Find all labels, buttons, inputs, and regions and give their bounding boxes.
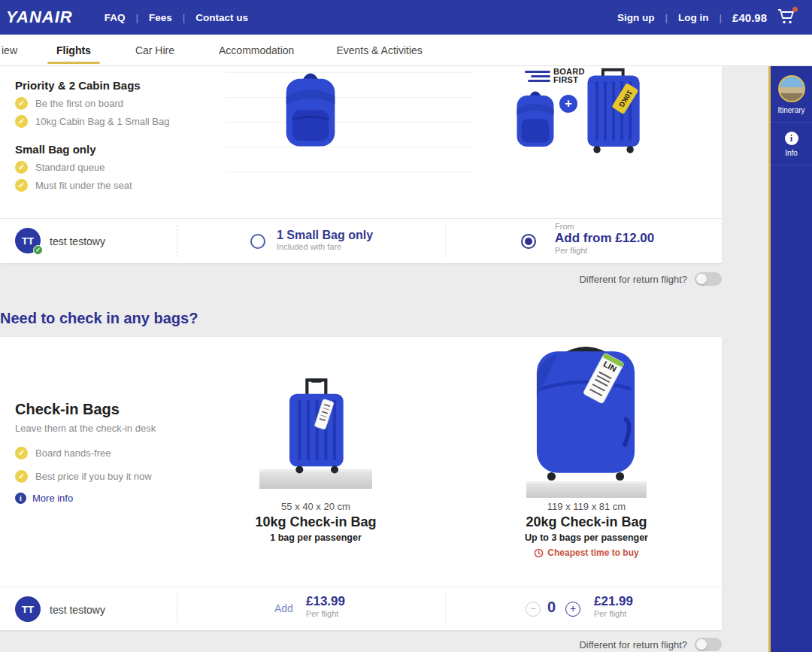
bag20-subtitle: Up to 3 bags per passenger [511,532,662,543]
checkin-section-heading: Need to check in any bags? [0,310,198,327]
tab-events-activities[interactable]: Events & Activities [335,35,423,66]
tab-overview[interactable]: iew [0,35,19,66]
nav-links: FAQ | Fees | Contact us [105,12,248,23]
bag10-subtitle: 1 bag per passenger [241,532,391,543]
checkin-return-toggle[interactable] [695,638,722,651]
small-bag-radio[interactable] [250,234,265,249]
priority-benefit-row: ✓ Be the first on board [15,97,123,110]
check-icon: ✓ [15,115,28,128]
itinerary-label: Itinerary [777,106,804,114]
cabin-bags-card: Priority & 2 Cabin Bags ✓ Be the first o… [0,66,722,263]
column-divider [445,593,446,624]
checkin-benefit-row: ✓ Board hands-free [15,447,111,459]
cabin-passenger-row: TT ✓ test testowy 1 Small Bag only Inclu… [0,218,722,263]
small-bag-title: Small Bag only [15,143,96,156]
bag20-title: 20kg Check-in Bag [511,514,662,530]
checkin-bags-card: Check-in Bags Leave them at the check-in… [0,337,722,630]
cart-total[interactable]: £40.98 [732,11,767,24]
priority-title: Priority & 2 Cabin Bags [15,79,141,92]
ryanair-logo[interactable]: YANAIR [6,8,73,27]
nav-link-faq[interactable]: FAQ [105,12,126,23]
checkin-subtitle: Leave them at the check-in desk [15,423,156,434]
right-sidebar: Itinerary i Info [768,66,812,652]
trip-tabbar: iew Flights Car Hire Accommodation Event… [0,35,812,66]
return-toggle-label: Different for return flight? [579,274,687,285]
checkin-benefit-row: ✓ Best price if you buy it now [15,470,152,483]
tab-accommodation[interactable]: Accommodation [217,35,295,66]
nav-link-fees[interactable]: Fees [149,12,172,23]
small-bag-radio-label[interactable]: 1 Small Bag only Included with fare [277,229,373,251]
nav-separator: | [183,12,186,23]
cabin-suitcase-image: 10KG [573,66,652,158]
decrement-20kg-button[interactable]: − [526,602,541,617]
tab-car-hire[interactable]: Car Hire [134,35,176,66]
check-icon: ✓ [15,161,28,174]
speed-lines-icon [525,71,550,82]
check-icon: ✓ [15,470,28,483]
bag10-price-block: £13.99 Per flight [306,594,345,618]
return-toggle-label: Different for return flight? [579,639,687,650]
cart-icon[interactable] [777,8,797,26]
more-info-link[interactable]: i More info [15,493,73,504]
bag10-dimensions: 55 x 40 x 20 cm [241,501,391,512]
sidebar-item-itinerary[interactable]: Itinerary [771,66,812,123]
more-info-icon: i [15,493,26,504]
top-navbar: YANAIR FAQ | Fees | Contact us Sign up |… [0,0,812,35]
cabin-return-toggle-row: Different for return flight? [579,272,722,286]
check-icon: ✓ [15,97,28,110]
checkin-return-toggle-row: Different for return flight? [579,638,722,651]
column-divider [177,225,177,257]
clock-icon [534,548,544,558]
passenger-name: test testowy [50,235,105,247]
bag20-price-block: £21.99 Per flight [594,594,633,618]
small-backpack-image [277,71,344,153]
check-icon: ✓ [15,447,28,459]
cabin-return-toggle[interactable] [695,272,722,286]
avatar: TT [15,596,41,622]
increment-20kg-button[interactable]: + [565,602,580,617]
info-icon: i [785,132,798,145]
size-ruler-lines [226,72,474,200]
nav-right-cluster: Sign up | Log in | £40.98 [617,8,797,26]
column-divider [445,225,446,257]
avatar-verified-icon: ✓ [33,245,43,255]
priority-bags-radio[interactable] [521,234,536,249]
small-benefit-row: ✓ Standard queue [15,161,105,174]
check-icon: ✓ [15,179,28,192]
sidebar-item-info[interactable]: i Info [771,123,812,165]
bag20-count: 0 [547,599,556,616]
itinerary-photo-icon [778,75,805,102]
checkin-title: Check-in Bags [15,401,120,418]
add-10kg-bag-button[interactable]: Add [274,602,293,614]
signup-link[interactable]: Sign up [617,12,655,23]
checkin-10kg-bag-image [278,378,353,478]
avatar: TT ✓ [15,228,41,253]
login-link[interactable]: Log in [678,12,709,23]
tab-flights[interactable]: Flights [55,35,92,66]
nav-separator: | [135,12,138,23]
bag10-title: 10kg Check-in Bag [241,514,391,530]
cart-notification-dot [792,7,798,12]
nav-link-contact-us[interactable]: Contact us [195,12,248,23]
cheapest-time-badge: Cheapest time to buy [511,547,662,558]
nav-separator: | [665,12,668,23]
priority-bags-radio-label[interactable]: From Add from £12.00 Per flight [555,222,654,255]
active-tab-underline [47,62,100,64]
checkin-20kg-bag-image: LIN [526,341,645,486]
passenger-name: test testowy [50,604,105,616]
priority-benefit-row: ✓ 10kg Cabin Bag & 1 Small Bag [15,115,170,128]
info-label: Info [785,149,798,157]
nav-separator: | [720,12,723,23]
small-benefit-row: ✓ Must fit under the seat [15,179,132,192]
priority-backpack-image [510,87,561,155]
column-divider [177,593,177,624]
bag20-dimensions: 119 x 119 x 81 cm [511,501,662,512]
baggage-page: YANAIR FAQ | Fees | Contact us Sign up |… [0,0,812,652]
checkin-passenger-row: TT test testowy Add £13.99 Per flight − … [0,587,722,630]
